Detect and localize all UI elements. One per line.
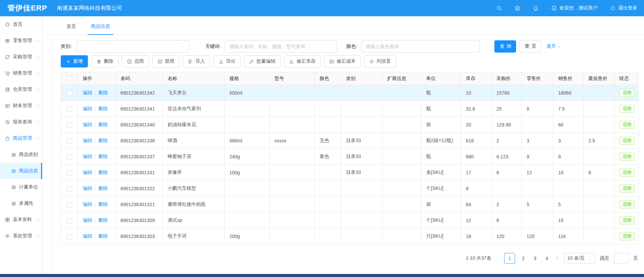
page-number-1[interactable]: 1 (504, 253, 515, 264)
cell-model (270, 149, 315, 165)
cell-ext (382, 213, 421, 229)
toolbar-button-8[interactable]: 修正成本 (324, 55, 361, 67)
row-checkbox[interactable] (67, 122, 72, 128)
row-checkbox[interactable] (67, 202, 72, 207)
cell-model (270, 213, 315, 229)
sidebar-subitem-7-3[interactable]: 多属性 (0, 195, 42, 212)
toolbar-button-1[interactable]: 删除 (91, 55, 118, 67)
sidebar-item-2[interactable]: 采购管理 (0, 49, 42, 65)
table-row: 编辑|删除6901236301321康师傅红烧牛肉面袋64255启用 (61, 197, 639, 213)
sidebar-item-5[interactable]: 财务管理 (0, 98, 42, 114)
row-checkbox[interactable] (67, 234, 72, 239)
column-header: 名称 (163, 72, 225, 85)
row-checkbox[interactable] (67, 91, 72, 96)
sidebar-item-8[interactable]: 基本资料 (0, 212, 42, 228)
sidebar-subitem-7-0[interactable]: 商品类别 (0, 146, 42, 163)
cell-sale: 60 (553, 117, 584, 133)
toolbar-button-3[interactable]: 禁用 (152, 55, 179, 67)
toolbar-button-2[interactable]: 启用 (122, 55, 149, 67)
row-checkbox[interactable] (67, 186, 72, 192)
tab-1[interactable]: 商品信息 (88, 23, 113, 35)
logout-button[interactable]: 退出登录 (610, 5, 637, 11)
toolbar-button-4[interactable]: 导入 (183, 55, 210, 67)
cell-name: 康师傅红烧牛肉面 (163, 197, 225, 213)
select-all-checkbox[interactable] (67, 76, 72, 81)
edit-link[interactable]: 编辑 (83, 90, 92, 95)
toolbar-button-0[interactable]: 新增 (61, 55, 88, 67)
row-checkbox[interactable] (67, 170, 72, 176)
delete-link[interactable]: 删除 (98, 217, 108, 223)
jump-page-input[interactable] (614, 253, 629, 264)
cell-ext (382, 197, 421, 213)
edit-link[interactable]: 编辑 (83, 185, 92, 191)
delete-link[interactable]: 删除 (98, 201, 108, 207)
sidebar-subitem-7-2[interactable]: 计量单位 (0, 179, 42, 195)
sidebar-item-0[interactable]: 首页 (0, 16, 42, 33)
row-checkbox[interactable] (67, 106, 72, 112)
delete-link[interactable]: 删除 (98, 185, 108, 191)
cell-min (584, 101, 614, 117)
row-checkbox[interactable] (67, 154, 72, 160)
sidebar-item-7[interactable]: 商品管理 (0, 130, 42, 146)
delete-link[interactable]: 删除 (98, 170, 108, 175)
cell-barcode: 6901236301321 (116, 197, 163, 213)
category-select[interactable] (76, 40, 189, 53)
toolbar-button-5[interactable]: 导出 (213, 55, 241, 67)
page-size-select[interactable]: 10 条/页 (564, 253, 595, 264)
chevron-down-icon (181, 44, 185, 48)
finance-icon (5, 103, 10, 108)
edit-link[interactable]: 编辑 (83, 201, 92, 207)
sidebar-item-1[interactable]: 零售管理 (0, 33, 42, 49)
edit-link[interactable]: 编辑 (83, 154, 92, 159)
cell-spec: 240g (225, 149, 270, 165)
delete-link[interactable]: 删除 (98, 233, 108, 239)
page-number-4[interactable]: 4 (543, 256, 551, 261)
column-header: 状态 (614, 72, 639, 85)
delete-link[interactable]: 删除 (98, 122, 108, 127)
toolbar-button-9[interactable]: 列设置 (364, 55, 396, 67)
toolbar-button-label: 列设置 (377, 58, 391, 64)
color-input[interactable] (361, 40, 479, 53)
search-icon[interactable] (496, 5, 502, 11)
column-header: 单位 (421, 72, 461, 85)
tab-0[interactable]: 首页 (63, 23, 79, 35)
delete-link[interactable]: 删除 (98, 90, 108, 95)
expand-link[interactable]: 展开 (547, 43, 561, 50)
next-page-icon[interactable] (555, 256, 559, 260)
page-number-3[interactable]: 3 (531, 256, 539, 261)
sidebar-item-6[interactable]: 报表查询 (0, 114, 42, 130)
edit-link[interactable]: 编辑 (83, 122, 92, 127)
cell-unit: 瓶 (421, 101, 461, 117)
sidebar-item-3[interactable]: 销售管理 (0, 65, 42, 81)
cell-operations: 编辑|删除 (78, 133, 116, 149)
delete-link[interactable]: 删除 (98, 106, 108, 111)
bank-icon[interactable] (514, 5, 520, 11)
page-suffix: 页 (633, 255, 638, 261)
edit-link[interactable]: 编辑 (83, 138, 92, 143)
reset-button[interactable]: 重置 (519, 40, 541, 53)
sidebar-item-9[interactable]: 系统管理 (0, 228, 42, 244)
edit-link[interactable]: 编辑 (83, 217, 92, 223)
toolbar-button-6[interactable]: 批量编辑 (244, 55, 281, 67)
keyword-input[interactable] (225, 40, 337, 53)
edit-link[interactable]: 编辑 (83, 170, 92, 175)
prev-page-icon[interactable] (496, 256, 500, 260)
edit-link[interactable]: 编辑 (83, 233, 92, 239)
toolbar-button-7[interactable]: 修正库存 (284, 55, 321, 67)
toolbar-button-label: 导入 (195, 58, 205, 64)
cell-purchase: 2 (492, 133, 522, 149)
delete-link[interactable]: 删除 (98, 138, 108, 143)
row-checkbox[interactable] (67, 218, 72, 223)
welcome-user[interactable]: 欢迎您，测试用户 (551, 5, 598, 11)
product-table: 操作条码名称规格型号颜色类别扩展信息单位库存采购价零售价销售价最低售价状态 编辑… (61, 72, 639, 244)
row-checkbox-cell (61, 197, 78, 213)
search-button[interactable]: 查询 (494, 40, 516, 53)
delete-link[interactable]: 删除 (98, 154, 108, 159)
page-number-2[interactable]: 2 (519, 256, 527, 261)
sidebar-subitem-7-1[interactable]: 商品信息 (0, 163, 42, 179)
column-header: 零售价 (522, 72, 553, 85)
bell-icon[interactable] (533, 5, 539, 11)
sidebar-item-4[interactable]: 仓库管理 (0, 81, 42, 98)
row-checkbox[interactable] (67, 138, 72, 144)
edit-link[interactable]: 编辑 (83, 106, 92, 111)
